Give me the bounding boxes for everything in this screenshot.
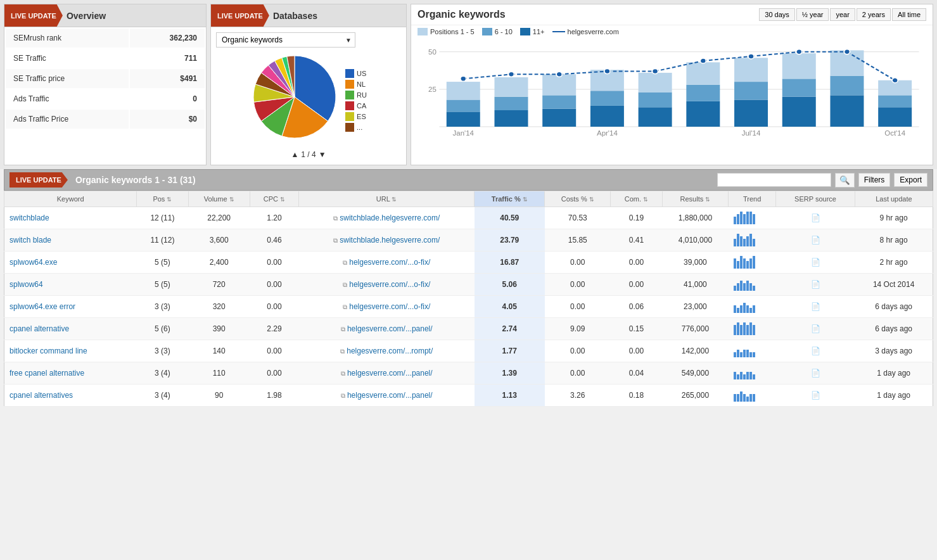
export-button[interactable]: Export xyxy=(894,173,927,187)
keyword-link[interactable]: splwow64.exe error xyxy=(10,302,75,311)
filters-button[interactable]: Filters xyxy=(858,173,891,187)
keyword-link[interactable]: switchblade xyxy=(10,213,49,222)
db-select[interactable]: Organic keywords Paid keywords Backlinks xyxy=(216,32,355,48)
legend-label: CA xyxy=(357,102,366,110)
trend-bar xyxy=(749,212,752,224)
keyword-link[interactable]: cpanel alternatives xyxy=(10,391,73,400)
url-link[interactable]: helgesverre.com/...o-fix/ xyxy=(349,280,430,289)
url-link[interactable]: helgesverre.com/...panel/ xyxy=(347,369,433,378)
serp-source-cell: 📄 xyxy=(776,229,855,251)
last-update-cell: 1 day ago xyxy=(855,385,933,407)
svg-text:Jan'14: Jan'14 xyxy=(453,130,474,137)
keyword-link[interactable]: free cpanel alternative xyxy=(10,369,84,378)
trend-bar xyxy=(743,239,746,246)
sort-arrows-icon: ⇅ xyxy=(392,196,397,203)
svg-rect-9 xyxy=(494,110,528,127)
legend-label: ES xyxy=(357,113,366,120)
keyword-link[interactable]: splwow64 xyxy=(10,280,43,289)
external-link-icon: ⧉ xyxy=(343,303,347,310)
keyword-cell: bitlocker command line xyxy=(4,340,137,362)
keyword-cell: switchblade xyxy=(4,207,137,229)
trend-bar xyxy=(749,258,752,269)
traffic-pct-cell: 40.59 xyxy=(475,207,545,229)
keyword-cell: free cpanel alternative xyxy=(4,362,137,385)
table-column-header: Keyword xyxy=(4,191,137,207)
sort-arrows-icon: ⇅ xyxy=(705,196,710,203)
url-cell: ⧉ helgesverre.com/...panel/ xyxy=(298,362,474,385)
time-button[interactable]: 30 days xyxy=(759,8,795,21)
overview-value: 362,230 xyxy=(130,29,205,48)
svg-rect-14 xyxy=(542,74,576,95)
table-column-header[interactable]: Trend xyxy=(729,191,776,207)
sort-arrows-icon: ⇅ xyxy=(523,196,528,203)
document-icon: 📄 xyxy=(811,236,820,245)
keyword-link[interactable]: cpanel alternative xyxy=(10,324,69,333)
url-link[interactable]: helgesverre.com/...panel/ xyxy=(347,324,433,333)
external-link-icon: ⧉ xyxy=(333,215,338,222)
trend-bar xyxy=(753,325,755,335)
external-link-icon: ⧉ xyxy=(333,237,338,244)
trend-bar xyxy=(743,303,746,313)
time-button[interactable]: ½ year xyxy=(796,8,829,21)
databases-live-badge: LIVE UPDATE xyxy=(211,4,269,27)
table-column-header[interactable]: Com. ⇅ xyxy=(611,191,663,207)
cpc-cell: 0.00 xyxy=(250,362,298,385)
url-link[interactable]: switchblade.helgesverre.com/ xyxy=(340,213,440,222)
pos-cell: 12 (11) xyxy=(137,207,188,229)
trend-bar xyxy=(734,325,736,335)
legend-item: ... xyxy=(345,123,367,132)
legend-item: RU xyxy=(345,91,367,99)
svg-point-49 xyxy=(508,72,514,77)
svg-text:25: 25 xyxy=(428,86,437,93)
svg-text:Jul'14: Jul'14 xyxy=(742,130,761,137)
keyword-cell: splwow64 xyxy=(4,274,137,296)
url-link[interactable]: switchblade.helgesverre.com/ xyxy=(340,236,440,245)
svg-rect-27 xyxy=(734,58,768,82)
table-column-header[interactable]: Results ⇅ xyxy=(662,191,728,207)
prev-icon[interactable]: ▲ xyxy=(291,150,298,159)
trend-bars xyxy=(734,322,771,335)
table-column-header[interactable]: Last update xyxy=(855,191,933,207)
url-link[interactable]: helgesverre.com/...panel/ xyxy=(347,391,433,400)
time-button[interactable]: year xyxy=(830,8,855,21)
table-column-header[interactable]: Volume ⇅ xyxy=(188,191,250,207)
url-link[interactable]: helgesverre.com/...o-fix/ xyxy=(349,302,430,311)
table-column-header[interactable]: URL ⇅ xyxy=(298,191,474,207)
pie-chart xyxy=(250,53,339,148)
trend-bars xyxy=(734,389,771,402)
search-button[interactable]: 🔍 xyxy=(835,173,855,188)
search-input[interactable] xyxy=(717,173,831,187)
db-select-wrapper[interactable]: Organic keywords Paid keywords Backlinks… xyxy=(216,32,355,48)
chart-legend-item: Positions 1 - 5 xyxy=(418,28,475,35)
time-button[interactable]: All time xyxy=(892,8,926,21)
trend-bar xyxy=(734,239,736,246)
legend-label: US xyxy=(357,70,366,77)
traffic-pct-cell: 16.87 xyxy=(475,251,545,274)
trend-bar xyxy=(746,236,749,246)
keyword-link[interactable]: switch blade xyxy=(10,236,51,245)
document-icon: 📄 xyxy=(811,258,820,267)
table-column-header[interactable]: CPC ⇅ xyxy=(250,191,298,207)
trend-bar xyxy=(734,258,736,269)
cpc-cell: 1.98 xyxy=(250,385,298,407)
table-column-header[interactable]: Pos ⇅ xyxy=(137,191,188,207)
keyword-link[interactable]: bitlocker command line xyxy=(10,347,87,355)
table-column-header[interactable]: Traffic % ⇅ xyxy=(475,191,545,207)
table-column-header[interactable]: Costs % ⇅ xyxy=(545,191,611,207)
trend-bar xyxy=(737,261,739,269)
svg-point-50 xyxy=(556,72,562,77)
trend-cell xyxy=(729,296,776,318)
trend-cell xyxy=(729,229,776,251)
url-link[interactable]: helgesverre.com/...rompt/ xyxy=(347,347,433,355)
keyword-link[interactable]: splwow64.exe xyxy=(10,258,57,267)
time-button[interactable]: 2 years xyxy=(857,8,891,21)
document-icon: 📄 xyxy=(811,280,820,289)
serp-source-cell: 📄 xyxy=(776,274,855,296)
next-icon[interactable]: ▼ xyxy=(319,150,326,159)
pie-svg xyxy=(250,53,339,141)
trend-bar xyxy=(734,217,736,224)
table-column-header[interactable]: SERP source xyxy=(776,191,855,207)
trend-bar xyxy=(734,286,736,291)
url-link[interactable]: helgesverre.com/...o-fix/ xyxy=(349,258,430,267)
svg-rect-15 xyxy=(590,106,624,127)
